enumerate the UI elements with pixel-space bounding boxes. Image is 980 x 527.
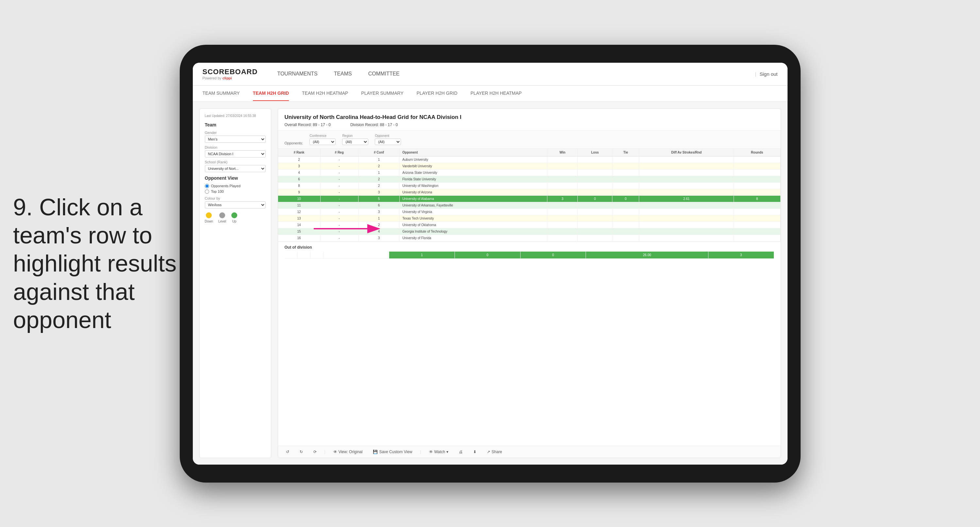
tab-team-h2h-heatmap[interactable]: TEAM H2H HEATMAP bbox=[302, 86, 348, 101]
division-record: Division Record: 88 - 17 - 0 bbox=[350, 123, 398, 127]
save-custom-view-button[interactable]: 💾 Save Custom View bbox=[370, 449, 415, 455]
col-diff: Diff Av Strokes/Rnd bbox=[639, 149, 734, 156]
table-row[interactable]: 4-1Arizona State University bbox=[278, 169, 781, 176]
col-rounds: Rounds bbox=[733, 149, 780, 156]
out-div-tie: 0 bbox=[520, 252, 586, 259]
out-div-name: NCAA Division II bbox=[324, 252, 389, 259]
watch-button[interactable]: 👁 Watch ▾ bbox=[426, 449, 451, 455]
legend-up: Up bbox=[231, 212, 237, 223]
table-row[interactable]: 9-3University of Arizona bbox=[278, 189, 781, 195]
colour-by-label: Colour by bbox=[205, 196, 266, 200]
conference-select[interactable]: (All) bbox=[309, 139, 336, 145]
school-select[interactable]: University of Nort... bbox=[205, 165, 266, 172]
out-of-division-label: Out of division bbox=[278, 242, 781, 252]
tab-team-h2h-grid[interactable]: TEAM H2H GRID bbox=[253, 86, 289, 101]
share-button[interactable]: ↗ Share bbox=[484, 449, 504, 455]
legend-level: Level bbox=[218, 212, 226, 223]
out-of-division-data: NCAA Division II 1 0 0 26.00 3 bbox=[285, 252, 774, 259]
watch-icon: 👁 bbox=[429, 450, 433, 454]
table-row[interactable]: 3-2Vanderbilt University bbox=[278, 163, 781, 169]
h2h-table-container: # Rank # Reg # Conf Opponent Win Loss Ti… bbox=[278, 149, 781, 446]
top-navigation: SCOREBOARD Powered by clippi TOURNAMENTS… bbox=[193, 63, 788, 86]
col-win: Win bbox=[547, 149, 578, 156]
out-div-rounds: 3 bbox=[708, 252, 774, 259]
print-button[interactable]: 🖨 bbox=[456, 449, 465, 455]
undo-button[interactable]: ↺ bbox=[283, 449, 292, 455]
table-row[interactable]: 14-2University of Oklahoma bbox=[278, 221, 781, 228]
nav-committee[interactable]: COMMITTEE bbox=[368, 69, 399, 78]
download-button[interactable]: ⬇ bbox=[471, 449, 479, 455]
overall-record: Overall Record: 89 - 17 - 0 bbox=[285, 123, 331, 127]
logo: SCOREBOARD Powered by clippi bbox=[203, 68, 258, 80]
out-div-win: 1 bbox=[389, 252, 455, 259]
opponent-filter: Opponent (All) bbox=[375, 134, 401, 145]
out-of-division-row[interactable]: NCAA Division II 1 0 0 26.00 3 bbox=[285, 252, 774, 259]
division-label: Division bbox=[205, 145, 266, 149]
tab-team-summary[interactable]: TEAM SUMMARY bbox=[203, 86, 240, 101]
logo-subtitle: Powered by clippi bbox=[203, 76, 258, 80]
level-label: Level bbox=[218, 220, 226, 223]
tablet-device: SCOREBOARD Powered by clippi TOURNAMENTS… bbox=[180, 45, 800, 482]
panel-header: University of North Carolina Head-to-Hea… bbox=[278, 109, 781, 131]
table-row[interactable]: 11-6University of Arkansas, Fayetteville bbox=[278, 202, 781, 209]
filter-row: Opponents: Conference (All) Region (All) bbox=[278, 131, 781, 149]
sign-out-link[interactable]: Sign out bbox=[759, 71, 777, 77]
colour-by-select[interactable]: Win/loss bbox=[205, 201, 266, 209]
legend-down: Down bbox=[205, 212, 213, 223]
down-label: Down bbox=[205, 220, 213, 223]
out-of-division-table: NCAA Division II 1 0 0 26.00 3 bbox=[278, 252, 781, 262]
tab-player-h2h-grid[interactable]: PLAYER H2H GRID bbox=[417, 86, 458, 101]
opponent-select[interactable]: (All) bbox=[375, 139, 401, 145]
radio-opponents-played[interactable]: Opponents Played bbox=[205, 184, 266, 188]
table-row[interactable]: 13-1Texas Tech University bbox=[278, 215, 781, 221]
col-conf: # Conf bbox=[358, 149, 399, 156]
watch-dropdown-icon: ▾ bbox=[446, 450, 448, 454]
logo-brand: clippi bbox=[223, 76, 232, 80]
nav-teams[interactable]: TEAMS bbox=[334, 69, 352, 78]
region-select[interactable]: (All) bbox=[342, 139, 368, 145]
tab-player-summary[interactable]: PLAYER SUMMARY bbox=[361, 86, 403, 101]
opponents-filter-label: Opponents: bbox=[285, 141, 303, 145]
region-filter: Region (All) bbox=[342, 134, 368, 145]
redo-button[interactable]: ↻ bbox=[297, 449, 305, 455]
table-header-row: # Rank # Reg # Conf Opponent Win Loss Ti… bbox=[278, 149, 781, 156]
table-row[interactable]: 2-1Auburn University bbox=[278, 156, 781, 163]
table-row[interactable]: 10-5University of Alabama3002.618 bbox=[278, 195, 781, 202]
division-select[interactable]: NCAA Division I bbox=[205, 150, 266, 158]
table-row[interactable]: 6-2Florida State University bbox=[278, 176, 781, 182]
conference-filter: Conference (All) bbox=[309, 134, 336, 145]
table-row[interactable]: 16-3University of Florida bbox=[278, 235, 781, 241]
history-button[interactable]: ⟳ bbox=[311, 449, 319, 455]
school-label: School (Rank) bbox=[205, 160, 266, 164]
gender-select[interactable]: Men's bbox=[205, 135, 266, 143]
nav-links: TOURNAMENTS TEAMS COMMITTEE bbox=[277, 69, 755, 78]
opponent-view-options: Opponents Played Top 100 bbox=[205, 184, 266, 194]
col-opponent: Opponent bbox=[399, 149, 547, 156]
out-div-diff: 26.00 bbox=[586, 252, 708, 259]
sign-out-area: | Sign out bbox=[755, 71, 778, 77]
instruction-text: 9. Click on a team's row to highlight re… bbox=[13, 193, 203, 334]
level-color-dot bbox=[219, 212, 225, 218]
panel-title: University of North Carolina Head-to-Hea… bbox=[285, 114, 774, 121]
sidebar: Last Updated: 27/03/2024 16:55:38 Team G… bbox=[199, 108, 271, 458]
view-original-button[interactable]: 👁 View: Original bbox=[331, 449, 365, 455]
nav-tournaments[interactable]: TOURNAMENTS bbox=[277, 69, 317, 78]
tab-player-h2h-heatmap[interactable]: PLAYER H2H HEATMAP bbox=[471, 86, 522, 101]
up-color-dot bbox=[231, 212, 237, 218]
tablet-screen: SCOREBOARD Powered by clippi TOURNAMENTS… bbox=[193, 63, 788, 465]
up-label: Up bbox=[232, 220, 237, 223]
table-row[interactable]: 15-4Georgia Institute of Technology bbox=[278, 228, 781, 235]
share-icon: ↗ bbox=[487, 450, 490, 454]
logo-text: SCOREBOARD bbox=[203, 68, 258, 76]
out-div-loss: 0 bbox=[455, 252, 520, 259]
h2h-table: # Rank # Reg # Conf Opponent Win Loss Ti… bbox=[278, 149, 781, 242]
col-tie: Tie bbox=[612, 149, 639, 156]
legend: Down Level Up bbox=[205, 212, 266, 223]
table-row[interactable]: 12-3University of Virginia bbox=[278, 209, 781, 215]
table-row[interactable]: 8-2University of Washington bbox=[278, 182, 781, 189]
opponent-view-title: Opponent View bbox=[205, 175, 266, 181]
main-content: Last Updated: 27/03/2024 16:55:38 Team G… bbox=[193, 102, 788, 465]
toolbar: ↺ ↻ ⟳ | 👁 View: Original 💾 Save Custom V… bbox=[278, 446, 781, 458]
radio-top100[interactable]: Top 100 bbox=[205, 189, 266, 194]
panel-records: Overall Record: 89 - 17 - 0 Division Rec… bbox=[285, 123, 774, 127]
